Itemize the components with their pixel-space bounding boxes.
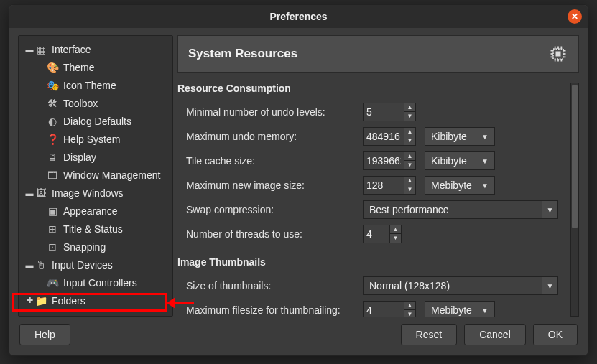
threads-spinner[interactable]: ▲▼ — [363, 225, 402, 243]
chevron-down-icon: ▼ — [481, 157, 489, 165]
collapse-icon[interactable]: ▬ — [24, 45, 34, 54]
field-threads: Number of threads to use: ▲▼ — [177, 222, 563, 246]
tree-item-image-windows[interactable]: ▬ 🖼 Image Windows — [19, 184, 172, 202]
select-value: Kibibyte — [431, 131, 467, 142]
spin-down-icon[interactable]: ▼ — [404, 161, 415, 169]
collapse-icon[interactable]: ▬ — [24, 261, 34, 269]
swap-compression-dropdown-button[interactable]: ▼ — [542, 200, 558, 219]
field-tile-cache: Tile cache size: ▲▼ Kibibyte ▼ — [177, 149, 563, 173]
group-resource-consumption: Resource Consumption — [177, 83, 563, 94]
button-label: OK — [548, 329, 563, 340]
preferences-tree[interactable]: ▬ ▦ Interface 🎨 Theme 🎭 Icon Theme 🛠 Too… — [18, 35, 173, 317]
tile-cache-input[interactable] — [364, 155, 404, 167]
tile-cache-spinner[interactable]: ▲▼ — [363, 151, 416, 170]
collapse-icon[interactable]: ▬ — [24, 189, 34, 197]
tree-item-snapping[interactable]: ⊡ Snapping — [19, 238, 172, 256]
thumb-size-select[interactable]: Normal (128x128) — [363, 276, 542, 295]
field-label: Size of thumbnails: — [186, 280, 363, 291]
tree-label: Icon Theme — [63, 80, 116, 91]
field-swap-compression: Swap compression: Best performance ▼ — [177, 197, 563, 222]
tree-item-toolbox[interactable]: 🛠 Toolbox — [19, 94, 172, 112]
spin-up-icon[interactable]: ▲ — [389, 225, 401, 234]
threads-input[interactable] — [364, 228, 389, 240]
select-value: Mebibyte — [431, 179, 472, 191]
swap-compression-select[interactable]: Best performance — [363, 200, 542, 219]
chevron-down-icon: ▼ — [481, 307, 489, 314]
spin-down-icon[interactable]: ▼ — [389, 234, 401, 243]
toolbox-icon: 🛠 — [46, 98, 59, 109]
spin-up-icon[interactable]: ▲ — [404, 302, 415, 310]
new-image-spinner[interactable]: ▲▼ — [363, 176, 416, 195]
cancel-button[interactable]: Cancel — [464, 324, 526, 345]
titlebar: Preferences ✕ — [9, 5, 588, 28]
content-scrollbar[interactable] — [570, 83, 579, 317]
field-label: Swap compression: — [186, 204, 363, 215]
display-icon: 🖥 — [46, 151, 59, 163]
dialog-title: Preferences — [269, 11, 327, 22]
spin-up-icon[interactable]: ▲ — [404, 128, 415, 136]
tree-item-title-status[interactable]: ⊞ Title & Status — [19, 220, 172, 238]
select-value: Mebibyte — [431, 304, 472, 316]
new-image-unit-select[interactable]: Mebibyte ▼ — [425, 176, 495, 195]
close-button[interactable]: ✕ — [568, 9, 582, 24]
tree-item-folders[interactable]: ✚ 📁 Folders — [19, 291, 172, 309]
svg-rect-1 — [556, 52, 561, 57]
tree-item-input-devices[interactable]: ▬ 🖱 Input Devices — [19, 256, 172, 274]
undo-levels-spinner[interactable]: ▲▼ — [363, 103, 416, 121]
tree-label: Help System — [63, 134, 120, 145]
undo-levels-input[interactable] — [364, 106, 404, 118]
select-value: Kibibyte — [431, 155, 467, 167]
tree-item-window-management[interactable]: 🗔 Window Management — [19, 166, 172, 184]
tree-label: Display — [63, 151, 96, 163]
tile-cache-unit-select[interactable]: Kibibyte ▼ — [425, 151, 495, 170]
undo-memory-unit-select[interactable]: Kibibyte ▼ — [425, 127, 495, 146]
tree-label: Input Controllers — [63, 277, 137, 289]
close-icon: ✕ — [571, 12, 578, 21]
tree-item-icon-theme[interactable]: 🎭 Icon Theme — [19, 76, 172, 94]
tree-item-help-system[interactable]: ❓ Help System — [19, 130, 172, 148]
help-button[interactable]: Help — [19, 324, 70, 345]
spin-down-icon[interactable]: ▼ — [404, 185, 415, 194]
scrollbar-thumb[interactable] — [572, 85, 578, 228]
chevron-down-icon: ▼ — [481, 133, 489, 141]
undo-memory-input[interactable] — [364, 131, 404, 142]
spin-up-icon[interactable]: ▲ — [404, 103, 415, 112]
spin-up-icon[interactable]: ▲ — [404, 152, 415, 161]
reset-button[interactable]: Reset — [401, 324, 458, 345]
button-label: Cancel — [479, 329, 511, 340]
thumb-size-dropdown-button[interactable]: ▼ — [542, 276, 558, 295]
select-value: Best performance — [369, 204, 449, 215]
spin-down-icon[interactable]: ▼ — [404, 136, 415, 145]
new-image-input[interactable] — [364, 179, 404, 191]
field-label: Number of threads to use: — [186, 228, 363, 240]
thumb-max-spinner[interactable]: ▲▼ — [363, 301, 416, 317]
tree-label: Image Windows — [52, 187, 124, 199]
spin-down-icon[interactable]: ▼ — [404, 310, 415, 317]
field-label: Tile cache size: — [186, 155, 363, 167]
tree-item-theme[interactable]: 🎨 Theme — [19, 58, 172, 76]
ok-button[interactable]: OK — [533, 324, 578, 345]
preferences-dialog: Preferences ✕ ▬ ▦ Interface 🎨 Theme 🎭 Ic… — [9, 4, 588, 356]
tree-item-interface[interactable]: ▬ ▦ Interface — [19, 40, 172, 58]
tree-item-input-controllers[interactable]: 🎮 Input Controllers — [19, 274, 172, 291]
tree-item-appearance[interactable]: ▣ Appearance — [19, 202, 172, 220]
tree-label: Appearance — [63, 205, 118, 217]
title-status-icon: ⊞ — [46, 223, 59, 235]
theme-icon: 🎨 — [46, 62, 59, 73]
spin-down-icon[interactable]: ▼ — [404, 112, 415, 121]
expand-icon[interactable]: ✚ — [24, 296, 34, 305]
field-undo-memory: Maximum undo memory: ▲▼ Kibibyte ▼ — [177, 124, 563, 149]
field-thumb-max: Maximum filesize for thumbnailing: ▲▼ Me… — [177, 298, 563, 317]
dialog-defaults-icon: ◐ — [46, 116, 59, 127]
thumb-max-input[interactable] — [364, 304, 404, 316]
tree-item-dialog-defaults[interactable]: ◐ Dialog Defaults — [19, 112, 172, 130]
chevron-down-icon: ▼ — [547, 206, 554, 214]
folders-icon: 📁 — [34, 295, 47, 307]
thumb-max-unit-select[interactable]: Mebibyte ▼ — [425, 301, 495, 317]
undo-memory-spinner[interactable]: ▲▼ — [363, 127, 416, 146]
select-value: Normal (128x128) — [369, 280, 450, 291]
tree-item-display[interactable]: 🖥 Display — [19, 148, 172, 166]
snapping-icon: ⊡ — [46, 241, 59, 253]
chevron-down-icon: ▼ — [547, 282, 554, 290]
spin-up-icon[interactable]: ▲ — [404, 177, 415, 185]
